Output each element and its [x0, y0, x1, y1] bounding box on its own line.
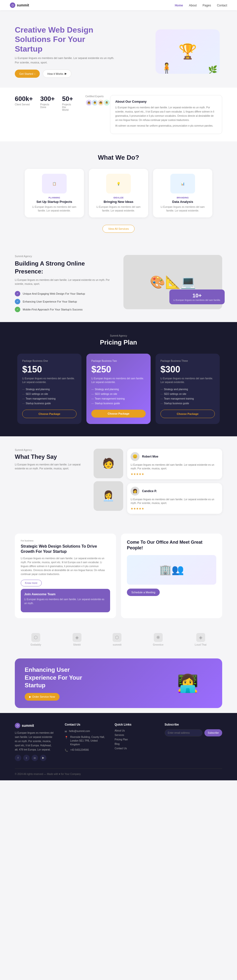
presence-title: Building A Strong Online Presence:: [15, 259, 114, 275]
nav-links: Home About Pages Contact: [175, 3, 227, 7]
choose-package-2-button[interactable]: Choose Package: [91, 410, 146, 418]
service-card-planning: 📋 Planning Set Up Startup Projects Li Eu…: [25, 169, 84, 218]
price-desc-3: Li Europan lingues es membres del sam fa…: [161, 377, 215, 384]
hero-buttons: Get Started › How it Works ▶: [15, 70, 119, 78]
cta-left-tag: For business: [21, 539, 110, 542]
location-icon: 📍: [65, 735, 68, 740]
feature-3-3: Team management training: [161, 397, 215, 400]
testimonials-title: What They Say: [15, 453, 86, 460]
testimonial-images: 🧑 👩‍💼: [94, 449, 123, 514]
banner-illustration: 👩‍💻: [163, 666, 212, 701]
youtube-icon[interactable]: ▶: [40, 755, 46, 761]
test-img-2: 👩‍💼: [94, 481, 123, 511]
know-more-button[interactable]: Know more: [21, 580, 42, 586]
subscribe-form: Subscribe: [165, 729, 222, 737]
feature-3-1: Strategy and planning: [161, 388, 215, 391]
service-ideas-tag: Idealize: [94, 196, 143, 199]
nav-pages[interactable]: Pages: [203, 4, 211, 7]
nav-about[interactable]: About: [189, 4, 197, 7]
banner-title: Enhancing User Experience For Your Start…: [25, 666, 94, 689]
linkedin-icon[interactable]: in: [32, 755, 38, 761]
brand-sitekit-name: Sitekit: [73, 643, 81, 646]
service-branding-icon: 📊: [170, 174, 195, 194]
price-desc-2: Li Europan lingues es membres del sam fa…: [91, 377, 146, 384]
stat-clients-number: 600k+: [15, 95, 33, 103]
footer-grid: ⬡ summit Li Europan lingues es membres d…: [15, 723, 222, 761]
presence-image-area: 🎨📐💻 10+ Li Europan lingues es membres de…: [123, 255, 222, 309]
service-planning-desc: Li Europan lingues es membres del sam fa…: [30, 205, 79, 213]
dot-3: ✓: [15, 307, 20, 312]
pricing-grid: Package Business One $150 Li Europan lin…: [15, 354, 222, 424]
price-desc-1: Li Europan lingues es membres del sam fa…: [22, 377, 76, 384]
nav-home[interactable]: Home: [175, 4, 183, 7]
hero-description: Li Europan lingues es membres del sam fa…: [15, 56, 119, 65]
choose-package-3-button[interactable]: Choose Package: [161, 410, 215, 418]
contact-email: ✉ hello@summit.com: [65, 729, 105, 734]
subscribe-button[interactable]: Subscribe: [204, 729, 222, 737]
order-service-button[interactable]: ▶Order Service Now: [25, 693, 59, 701]
price-features-1: Strategy and planning SEO settings on si…: [22, 388, 76, 405]
brand-loudthai-name: Loud Thai: [195, 643, 207, 646]
facebook-icon[interactable]: f: [15, 755, 21, 761]
price-label-2: Package Business Two: [91, 360, 146, 362]
brand-loudthai-icon: ◈: [196, 633, 205, 642]
feature-1-3: Team management training: [22, 397, 76, 400]
brand-sitekit-icon: ◈: [73, 633, 81, 642]
twitter-icon[interactable]: t: [23, 755, 30, 761]
test-avatar-1: 😊: [130, 452, 140, 461]
logo-icon: ⬡: [10, 2, 15, 8]
test-author-2: Candice P.: [142, 489, 157, 493]
test-card-2-header: 👩 Candice P.: [130, 487, 219, 496]
about-box: About Our Company Li Europan lingues es …: [110, 95, 222, 134]
footer-links-heading: Quick Links: [115, 723, 154, 726]
test-text-1: Li Europan lingues es membres del sam fa…: [130, 463, 219, 470]
test-name-1: Robert Moe: [142, 455, 158, 458]
banner-cta: Enhancing User Experience For Your Start…: [15, 659, 222, 708]
brand-summit: ⬡ summit: [113, 633, 121, 646]
footer-logo-icon: ⬡: [15, 723, 20, 728]
testimonials-tag: Summit Agency: [15, 449, 86, 451]
how-it-works-button[interactable]: How it Works ▶: [43, 70, 72, 78]
presence-item-1-text: Unique And Engaging Web Design For Your …: [23, 292, 85, 295]
footer-copyright: © 2024 All rights reserved — Made with ♥…: [15, 773, 81, 775]
schedule-meeting-button[interactable]: Schedule a Meeting: [127, 589, 160, 596]
footer-link-services[interactable]: Services: [115, 734, 154, 737]
cta-join-title: Join Awesome Team: [24, 592, 107, 596]
contact-address: 📍 Riverside Building, County Hall, Londo…: [65, 735, 105, 746]
navigation: ⬡ summit Home About Pages Contact: [0, 0, 237, 10]
cta-right-title: Come To Our Office And Meet Great People…: [127, 539, 216, 551]
cta-right-box: Come To Our Office And Meet Great People…: [121, 533, 222, 619]
brand-greenice: ❋ Greenice: [153, 633, 164, 646]
price-card-3: Package Business Three $300 Li Europan l…: [156, 354, 220, 424]
email-icon: ✉: [65, 730, 67, 734]
testimonials-cards: 🧑 👩‍💼 😊 Robert Moe Li Europan lingues es…: [94, 449, 222, 514]
logo[interactable]: ⬡ summit: [10, 2, 29, 8]
about-heading: About Our Company: [115, 100, 217, 103]
cta-left-box: For business Strategic Web Design Soluti…: [15, 533, 116, 619]
feature-1-4: Startup business guide: [22, 402, 76, 405]
footer-link-about[interactable]: About Us: [115, 729, 154, 732]
brand-greenice-name: Greenice: [153, 643, 164, 646]
get-started-button[interactable]: Get Started ›: [15, 70, 40, 78]
price-features-2: Strategy and planning SEO settings on si…: [91, 388, 146, 405]
brand-godaddy-name: Godaddy: [30, 643, 41, 646]
services-title: What We Do?: [15, 154, 222, 161]
footer-socials: f t in ▶: [15, 755, 55, 761]
brand-summit-icon: ⬡: [113, 633, 121, 642]
choose-package-1-button[interactable]: Choose Package: [22, 410, 76, 418]
nav-contact[interactable]: Contact: [217, 4, 227, 7]
footer-link-pricing[interactable]: Pricing Plan: [115, 738, 154, 741]
subscribe-input[interactable]: [165, 729, 202, 737]
feature-2-2: SEO settings on site: [91, 393, 146, 395]
price-card-1: Package Business One $150 Li Europan lin…: [17, 354, 81, 424]
price-label-1: Package Business One: [22, 360, 76, 362]
test-text-2: Li Europan lingues es membres del sam fa…: [130, 498, 219, 505]
phone-icon: 📞: [65, 748, 68, 752]
footer-link-contact[interactable]: Contact Us: [115, 747, 154, 750]
view-all-services-button[interactable]: View All Services: [102, 225, 135, 233]
price-amount-1: $150: [22, 364, 76, 375]
footer-link-blog[interactable]: Blog: [115, 743, 154, 745]
stats-section: 600k+ Client Served 300+ Projects Done 5…: [0, 88, 237, 142]
testimonial-card-list: 😊 Robert Moe Li Europan lingues es membr…: [127, 449, 222, 514]
service-planning-tag: Planning: [30, 196, 79, 199]
